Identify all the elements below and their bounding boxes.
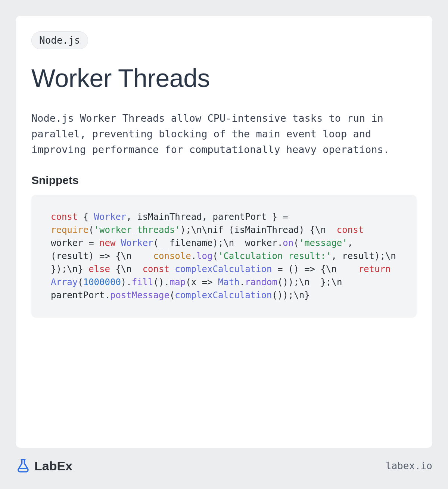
page-title: Worker Threads <box>31 63 417 93</box>
site-label: labex.io <box>386 460 432 471</box>
category-tag: Node.js <box>31 31 88 49</box>
description-text: Node.js Worker Threads allow CPU-intensi… <box>31 110 417 158</box>
content-card: Node.js Worker Threads Node.js Worker Th… <box>16 16 432 448</box>
footer: LabEx labex.io <box>16 448 432 473</box>
snippets-heading: Snippets <box>31 174 417 187</box>
brand: LabEx <box>16 458 72 473</box>
flask-icon <box>16 458 31 473</box>
brand-text: LabEx <box>34 459 72 473</box>
code-snippet: const { Worker, isMainThread, parentPort… <box>31 195 417 318</box>
